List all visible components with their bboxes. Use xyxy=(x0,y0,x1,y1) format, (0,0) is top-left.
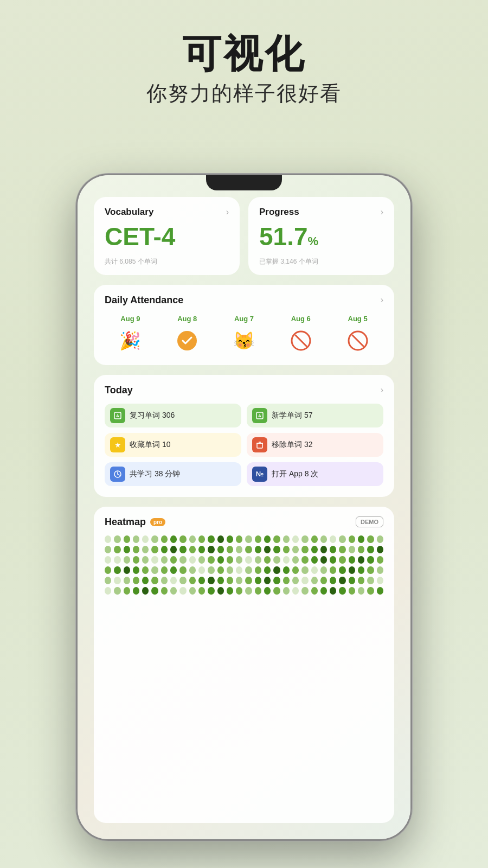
svg-rect-9 xyxy=(257,443,262,448)
day-item-aug6: Aug 6 xyxy=(275,315,326,354)
heatmap-dot xyxy=(105,556,111,564)
vocabulary-card[interactable]: Vocabulary › CET-4 共计 6,085 个单词 xyxy=(94,197,240,275)
heatmap-dot xyxy=(377,546,383,553)
heatmap-dot xyxy=(133,546,139,553)
stat-favorite: ★ 收藏单词 10 xyxy=(105,433,241,457)
heatmap-dot xyxy=(161,566,168,574)
heatmap-dot xyxy=(227,566,233,574)
heatmap-dot xyxy=(264,556,271,564)
progress-card[interactable]: Progress › 51.7% 已掌握 3,146 个单词 xyxy=(248,197,394,275)
heatmap-header: Heatmap pro DEMO xyxy=(105,516,383,528)
heatmap-row xyxy=(105,587,383,595)
svg-line-14 xyxy=(118,474,119,475)
heatmap-dot xyxy=(161,556,168,564)
heatmap-dot xyxy=(273,535,280,543)
heatmap-dot xyxy=(124,535,130,543)
heatmap-dot xyxy=(255,566,261,574)
svg-line-2 xyxy=(296,335,306,346)
header-section: 可视化 你努力的样子很好看 xyxy=(0,33,488,107)
heatmap-card[interactable]: Heatmap pro DEMO xyxy=(94,507,394,823)
day-emoji-aug8 xyxy=(174,327,201,354)
heatmap-dot xyxy=(301,566,308,574)
heatmap-dot xyxy=(349,577,355,584)
time-text: 共学习 38 分钟 xyxy=(130,469,180,479)
heatmap-dot xyxy=(320,556,327,564)
heatmap-dot xyxy=(208,535,214,543)
progress-value: 51.7% xyxy=(259,223,383,251)
heatmap-dot xyxy=(377,566,383,574)
day-label-aug6: Aug 6 xyxy=(291,315,311,323)
heatmap-dot xyxy=(292,546,299,553)
heatmap-dot xyxy=(105,535,111,543)
heatmap-dot xyxy=(217,535,224,543)
new-icon: A xyxy=(252,408,267,423)
heatmap-dot xyxy=(124,566,130,574)
heatmap-dot xyxy=(358,556,364,564)
heatmap-title-row: Heatmap pro xyxy=(105,516,165,528)
day-item-aug5: Aug 5 xyxy=(332,315,383,354)
attendance-card[interactable]: Daily Attendance › Aug 9 🎉 Aug 8 xyxy=(94,285,394,365)
heatmap-dot xyxy=(105,577,111,584)
vocabulary-chevron: › xyxy=(226,207,229,217)
heatmap-dot xyxy=(133,556,139,564)
heatmap-dot xyxy=(264,587,271,595)
heatmap-dot xyxy=(151,546,158,553)
heatmap-dot xyxy=(114,546,120,553)
heatmap-dot xyxy=(330,566,336,574)
heatmap-dot xyxy=(273,556,280,564)
review-icon: A xyxy=(110,408,125,423)
heatmap-dot xyxy=(124,546,130,553)
heatmap-dot xyxy=(227,577,233,584)
heatmap-dot xyxy=(264,535,271,543)
heatmap-dot xyxy=(311,535,318,543)
heatmap-dot xyxy=(339,546,345,553)
heatmap-dot xyxy=(217,566,224,574)
today-card[interactable]: Today › A 复习单词 306 xyxy=(94,375,394,497)
heatmap-dot xyxy=(320,566,327,574)
day-label-aug8: Aug 8 xyxy=(177,315,197,323)
heatmap-row xyxy=(105,556,383,564)
heatmap-dot xyxy=(245,556,252,564)
remove-text: 移除单词 32 xyxy=(272,440,312,450)
heatmap-dot xyxy=(255,577,261,584)
heatmap-dot xyxy=(236,577,242,584)
heatmap-dot xyxy=(208,566,214,574)
heatmap-dot xyxy=(339,566,345,574)
heatmap-dot xyxy=(292,535,299,543)
heatmap-dot xyxy=(124,577,130,584)
vocabulary-title: Vocabulary xyxy=(105,207,153,218)
heatmap-dot xyxy=(245,546,252,553)
heatmap-dot xyxy=(273,577,280,584)
remove-icon xyxy=(252,437,267,452)
heatmap-dot xyxy=(114,535,120,543)
heatmap-dot xyxy=(105,587,111,595)
heatmap-dot xyxy=(217,577,224,584)
heatmap-dot xyxy=(133,566,139,574)
heatmap-dot xyxy=(124,556,130,564)
top-cards-row: Vocabulary › CET-4 共计 6,085 个单词 Progress… xyxy=(94,197,394,275)
heatmap-dot xyxy=(151,535,158,543)
heatmap-dot xyxy=(170,535,177,543)
heatmap-title: Heatmap xyxy=(105,516,146,528)
heatmap-dot xyxy=(301,587,308,595)
heatmap-dot xyxy=(105,566,111,574)
heatmap-dot xyxy=(311,566,318,574)
attendance-title: Daily Attendance xyxy=(105,295,183,306)
favorite-icon: ★ xyxy=(110,437,125,452)
heatmap-dot xyxy=(142,587,149,595)
heatmap-dot xyxy=(311,587,318,595)
heatmap-dot xyxy=(339,587,345,595)
pro-badge: pro xyxy=(150,518,165,526)
progress-sub: 已掌握 3,146 个单词 xyxy=(259,257,383,266)
heatmap-dot xyxy=(133,587,139,595)
heatmap-dot xyxy=(189,577,196,584)
main-title: 可视化 xyxy=(0,33,488,75)
heatmap-dot xyxy=(255,587,261,595)
heatmap-dot xyxy=(330,577,336,584)
heatmap-dot xyxy=(330,556,336,564)
heatmap-dot xyxy=(189,556,196,564)
heatmap-dot xyxy=(189,566,196,574)
heatmap-dot xyxy=(330,546,336,553)
heatmap-dot xyxy=(301,556,308,564)
heatmap-dot xyxy=(179,546,186,553)
